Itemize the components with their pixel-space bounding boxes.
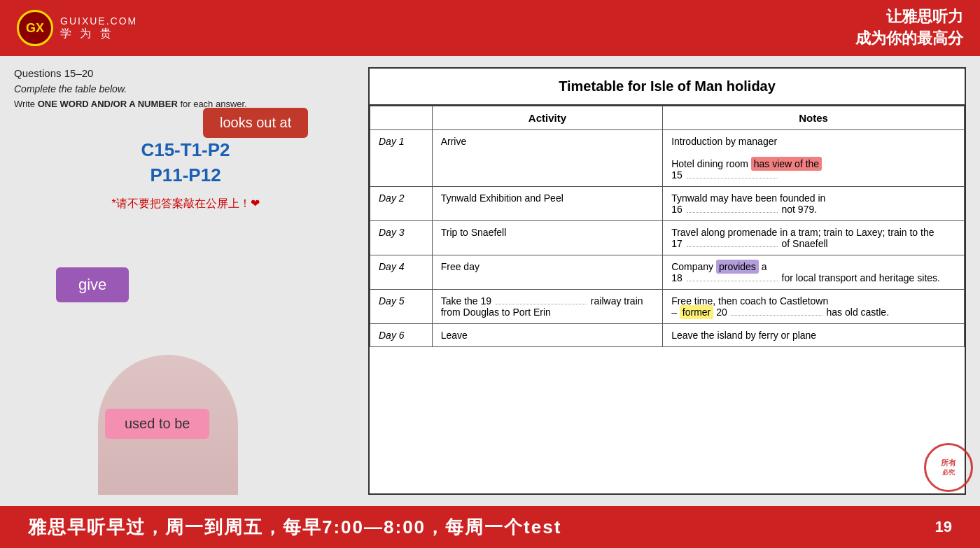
day-5: Day 5 xyxy=(370,290,433,324)
highlight-view: has view of the xyxy=(751,157,822,171)
header-tagline: 让雅思听力 成为你的最高分 xyxy=(855,6,963,50)
code-text: C15-T1-P2 P11-P12 xyxy=(14,137,357,188)
day-6: Day 6 xyxy=(370,324,433,347)
dotted-18 xyxy=(687,281,778,281)
table-row: Day 1 Arrive Introduction by manager Hot… xyxy=(370,130,965,187)
complete-label: Complete the table below. xyxy=(14,83,357,94)
table-row: Day 5 Take the 19 railway train from Dou… xyxy=(370,290,965,324)
looks-out-badge: looks out at xyxy=(203,108,308,138)
logo-badge: GX xyxy=(17,10,53,46)
schedule-table: Activity Notes Day 1 Arrive Introduction… xyxy=(370,106,965,347)
right-panel: Timetable for Isle of Man holiday Activi… xyxy=(368,67,966,495)
day-1: Day 1 xyxy=(370,130,433,187)
dotted-15 xyxy=(687,178,778,178)
activity-5: Take the 19 railway train from Douglas t… xyxy=(432,290,662,324)
table-title: Timetable for Isle of Man holiday xyxy=(370,69,965,106)
col-header-notes: Notes xyxy=(663,106,965,130)
activity-1: Arrive xyxy=(432,130,662,187)
footer-text: 雅思早听早过，周一到周五，每早7:00—8:00，每周一个test xyxy=(28,515,561,540)
footer: 雅思早听早过，周一到周五，每早7:00—8:00，每周一个test 19 xyxy=(0,506,980,548)
highlight-provides: provides xyxy=(716,260,759,274)
left-panel: Questions 15–20 Complete the table below… xyxy=(14,67,357,495)
notes-4: Company provides a 18 for local transpor… xyxy=(663,255,965,290)
main-content: Questions 15–20 Complete the table below… xyxy=(0,56,980,506)
day-4: Day 4 xyxy=(370,255,433,290)
page-number: 19 xyxy=(935,518,952,536)
activity-2: Tynwald Exhibition and Peel xyxy=(432,187,662,221)
header: GX GUIXUE.COM 学 为 贵 让雅思听力 成为你的最高分 xyxy=(0,0,980,56)
code-block: C15-T1-P2 P11-P12 *请不要把答案敲在公屏上！❤ xyxy=(14,137,357,211)
day-3: Day 3 xyxy=(370,221,433,255)
questions-label: Questions 15–20 xyxy=(14,67,357,79)
notes-1-15: 15 xyxy=(671,169,685,181)
logo-area: GX GUIXUE.COM 学 为 贵 xyxy=(17,10,137,46)
give-badge: give xyxy=(56,267,129,302)
table-header-row: Activity Notes xyxy=(370,106,965,130)
table-row: Day 2 Tynwald Exhibition and Peel Tynwal… xyxy=(370,187,965,221)
warning-text: *请不要把答案敲在公屏上！❤ xyxy=(14,197,357,211)
day-2: Day 2 xyxy=(370,187,433,221)
dotted-17 xyxy=(687,246,778,247)
notes-1-hotel: Hotel dining room xyxy=(671,158,751,169)
activity-3: Trip to Snaefell xyxy=(432,221,662,255)
highlight-former: former xyxy=(680,305,713,319)
logo-chinese: 学 为 贵 xyxy=(60,27,137,41)
notes-1: Introduction by manager Hotel dining roo… xyxy=(663,130,965,187)
col-header-day xyxy=(370,106,433,130)
col-header-activity: Activity xyxy=(432,106,662,130)
used-to-be-badge: used to be xyxy=(105,409,209,439)
dotted-19 xyxy=(496,304,587,304)
stamp: 所有 必究 xyxy=(924,443,973,492)
table-row: Day 3 Trip to Snaefell Travel along prom… xyxy=(370,221,965,255)
table-row: Day 4 Free day Company provides a 18 for… xyxy=(370,255,965,290)
dotted-16 xyxy=(687,212,778,213)
activity-6: Leave xyxy=(432,324,662,347)
notes-2: Tynwald may have been founded in 16 not … xyxy=(663,187,965,221)
notes-3: Travel along promenade in a tram; train … xyxy=(663,221,965,255)
notes-5: Free time, then coach to Castletown – fo… xyxy=(663,290,965,324)
notes-6: Leave the island by ferry or plane xyxy=(663,324,965,347)
logo-text: GUIXUE.COM 学 为 贵 xyxy=(60,15,137,41)
dotted-20 xyxy=(732,315,822,316)
notes-1-intro: Introduction by manager xyxy=(671,136,777,147)
logo-guixue: GUIXUE.COM xyxy=(60,15,137,27)
activity-4: Free day xyxy=(432,255,662,290)
table-row: Day 6 Leave Leave the island by ferry or… xyxy=(370,324,965,347)
